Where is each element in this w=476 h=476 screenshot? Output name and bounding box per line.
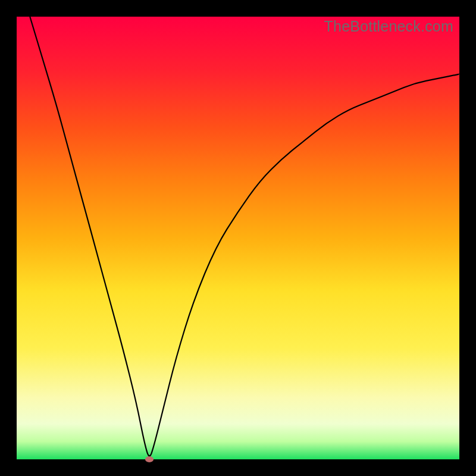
watermark-text: TheBottleneck.com (324, 18, 453, 35)
plot-area: TheBottleneck.com (17, 17, 459, 459)
curve-path (30, 17, 459, 456)
chart-frame: TheBottleneck.com (0, 0, 476, 476)
bottleneck-curve (17, 17, 459, 459)
minimum-marker (145, 456, 154, 462)
